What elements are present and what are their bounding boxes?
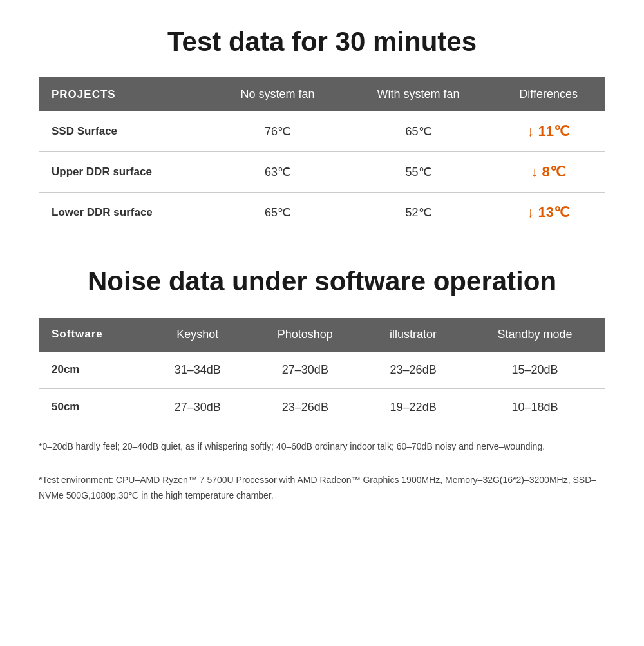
temp-header-with-fan: With system fan (345, 77, 491, 111)
temp-header-differences: Differences (491, 77, 605, 111)
row3-project: Lower DDR surface (39, 193, 210, 233)
temp-table: PROJECTS No system fan With system fan D… (39, 77, 605, 233)
noise-row2-standby: 10–18dB (464, 388, 605, 426)
table-row: Lower DDR surface 65℃ 52℃ ↓ 13℃ (39, 193, 605, 233)
temp-header-no-fan: No system fan (210, 77, 345, 111)
row3-with-fan: 52℃ (345, 193, 491, 233)
noise-header-keyshot: Keyshot (147, 318, 248, 352)
temp-section-title: Test data for 30 minutes (39, 26, 605, 58)
noise-header-standby: Standby mode (464, 318, 605, 352)
row1-with-fan: 65℃ (345, 111, 491, 152)
row2-diff: ↓ 8℃ (491, 152, 605, 193)
table-row: SSD Surface 76℃ 65℃ ↓ 11℃ (39, 111, 605, 152)
table-row: 50cm 27–30dB 23–26dB 19–22dB 10–18dB (39, 388, 605, 426)
row1-diff: ↓ 11℃ (491, 111, 605, 152)
noise-header-software: Software (39, 318, 147, 352)
noise-table: Software Keyshot Photoshop illustrator S… (39, 318, 605, 426)
table-row: Upper DDR surface 63℃ 55℃ ↓ 8℃ (39, 152, 605, 193)
noise-section-title: Noise data under software operation (39, 265, 605, 298)
row1-project: SSD Surface (39, 111, 210, 152)
noise-row1-standby: 15–20dB (464, 352, 605, 389)
row1-no-fan: 76℃ (210, 111, 345, 152)
row2-no-fan: 63℃ (210, 152, 345, 193)
noise-row1-distance: 20cm (39, 352, 147, 389)
noise-row2-photoshop: 23–26dB (248, 388, 362, 426)
row2-with-fan: 55℃ (345, 152, 491, 193)
noise-row2-keyshot: 27–30dB (147, 388, 248, 426)
temp-header-projects: PROJECTS (39, 77, 210, 111)
footnote-noise: *0–20dB hardly feel; 20–40dB quiet, as i… (39, 439, 605, 453)
table-row: 20cm 31–34dB 27–30dB 23–26dB 15–20dB (39, 352, 605, 389)
noise-header-illustrator: illustrator (362, 318, 464, 352)
noise-header-photoshop: Photoshop (248, 318, 362, 352)
noise-row1-illustrator: 23–26dB (362, 352, 464, 389)
noise-row2-illustrator: 19–22dB (362, 388, 464, 426)
row3-no-fan: 65℃ (210, 193, 345, 233)
row2-project: Upper DDR surface (39, 152, 210, 193)
noise-row1-keyshot: 31–34dB (147, 352, 248, 389)
noise-row1-photoshop: 27–30dB (248, 352, 362, 389)
noise-row2-distance: 50cm (39, 388, 147, 426)
row3-diff: ↓ 13℃ (491, 193, 605, 233)
footnote-environment: *Test environment: CPU–AMD Ryzen™ 7 5700… (39, 473, 605, 504)
